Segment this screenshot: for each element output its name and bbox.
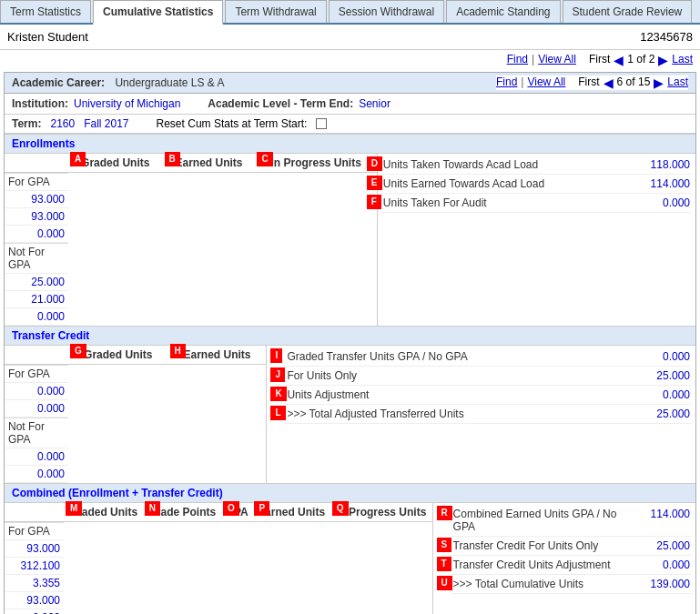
combined-forgpa-points: 312.100 bbox=[5, 558, 64, 575]
find-link[interactable]: Find bbox=[507, 53, 528, 67]
enroll-d-value: 118.000 bbox=[640, 158, 690, 171]
enrollments-header: Enrollments bbox=[5, 134, 695, 154]
label-E: E bbox=[367, 176, 382, 190]
reset-checkbox[interactable] bbox=[316, 118, 327, 129]
tab-cumulative-statistics[interactable]: Cumulative Statistics bbox=[93, 0, 223, 25]
label-R: R bbox=[437, 506, 452, 520]
outer-nav-row: Find | View All First ◀ 1 of 2 ▶ Last bbox=[0, 50, 700, 70]
tab-student-grade-review[interactable]: Student Grade Review bbox=[563, 0, 693, 23]
combined-forgpa-earned: 93.000 bbox=[5, 592, 64, 609]
transfer-i-value: 0.000 bbox=[640, 350, 690, 363]
label-U: U bbox=[437, 576, 452, 590]
combined-u-value: 139.000 bbox=[640, 578, 690, 590]
label-O: O bbox=[223, 501, 239, 516]
label-H: H bbox=[170, 344, 186, 358]
enroll-e-value: 114.000 bbox=[640, 177, 690, 190]
transfer-notgpa-graded: 0.000 bbox=[5, 448, 68, 466]
label-A: A bbox=[70, 152, 86, 166]
tab-academic-standing[interactable]: Academic Standing bbox=[446, 0, 560, 23]
prev-arrow-outer[interactable]: ◀ bbox=[614, 53, 624, 67]
combined-s-value: 25.000 bbox=[640, 539, 690, 552]
enroll-forgpa-earned: 93.000 bbox=[5, 208, 68, 226]
label-K: K bbox=[270, 387, 286, 401]
enroll-forgpa-graded: 93.000 bbox=[5, 191, 68, 208]
combined-section: M Graded Units N Grade Points O GPA P bbox=[5, 503, 695, 614]
term-number: 2160 bbox=[50, 117, 75, 130]
institution-label: Institution: bbox=[12, 97, 68, 110]
last-inner[interactable]: Last bbox=[667, 75, 688, 90]
reset-label: Reset Cum Stats at Term Start: bbox=[157, 117, 308, 130]
combined-header: Combined (Enrollment + Transfer Credit) bbox=[5, 483, 695, 503]
tab-term-statistics[interactable]: Term Statistics bbox=[0, 0, 91, 23]
transfer-header: Transfer Credit bbox=[5, 326, 695, 346]
label-N: N bbox=[145, 501, 160, 516]
find-link-inner[interactable]: Find bbox=[496, 75, 517, 90]
institution-row: Institution: University of Michigan Acad… bbox=[5, 94, 695, 115]
transfer-forgpa-earned: 0.000 bbox=[5, 400, 68, 418]
enroll-forgpa-inprogress: 0.000 bbox=[5, 226, 68, 243]
label-D: D bbox=[367, 156, 382, 171]
enrollments-section: A Graded Units B Earned Units C In Progr… bbox=[5, 154, 695, 326]
next-arrow-inner[interactable]: ▶ bbox=[654, 75, 664, 90]
enroll-notgpa-earned: 21.000 bbox=[5, 291, 68, 308]
label-P: P bbox=[254, 501, 269, 516]
last-label-outer[interactable]: Last bbox=[672, 53, 693, 67]
student-name: Kristen Student bbox=[7, 30, 88, 44]
student-id: 12345678 bbox=[640, 30, 693, 44]
label-C: C bbox=[257, 152, 272, 166]
academic-career-value: Undergraduate LS & A bbox=[115, 76, 224, 89]
view-all-link-inner[interactable]: View All bbox=[527, 75, 565, 90]
tab-term-withdrawal[interactable]: Term Withdrawal bbox=[225, 0, 326, 23]
combined-forgpa-graded: 93.000 bbox=[5, 540, 64, 558]
prev-arrow-inner[interactable]: ◀ bbox=[604, 75, 614, 90]
academic-level-label: Academic Level - Term End: bbox=[208, 97, 353, 110]
label-T: T bbox=[437, 557, 451, 571]
page-info-outer: 1 of 2 bbox=[627, 53, 654, 67]
combined-r-value: 114.000 bbox=[640, 508, 690, 533]
inner-nav-row: Find | View All First ◀ 6 of 15 ▶ Last bbox=[496, 75, 688, 90]
label-S: S bbox=[437, 538, 452, 552]
outer-box: Academic Career: Undergraduate LS & A Fi… bbox=[4, 72, 696, 614]
transfer-notgpa-earned: 0.000 bbox=[5, 466, 68, 483]
combined-forgpa-inprog: 0.000 bbox=[5, 609, 64, 614]
label-M: M bbox=[66, 501, 82, 516]
combined-forgpa-gpa: 3.355 bbox=[5, 575, 64, 592]
academic-level-value: Senior bbox=[359, 97, 391, 110]
transfer-section: G Graded Units H Earned Units For GPA 0.… bbox=[5, 346, 695, 483]
label-L: L bbox=[270, 406, 285, 420]
first-label: First bbox=[589, 53, 610, 67]
academic-career-label: Academic Career: bbox=[12, 76, 105, 89]
enroll-f-value: 0.000 bbox=[640, 196, 690, 209]
transfer-right: I Graded Transfer Units GPA / No GPA 0.0… bbox=[267, 346, 695, 483]
next-arrow-outer[interactable]: ▶ bbox=[658, 53, 668, 67]
label-Q: Q bbox=[332, 501, 349, 516]
enroll-notgpa-inprogress: 0.000 bbox=[5, 308, 68, 326]
combined-right: R Combined Earned Units GPA / No GPA 114… bbox=[433, 503, 695, 614]
label-J: J bbox=[270, 367, 285, 382]
view-all-link[interactable]: View All bbox=[538, 53, 576, 67]
label-G: G bbox=[70, 344, 86, 358]
tab-session-withdrawal[interactable]: Session Withdrawal bbox=[329, 0, 444, 23]
combined-t-value: 0.000 bbox=[640, 559, 690, 571]
term-row: Term: 2160 Fall 2017 Reset Cum Stats at … bbox=[5, 115, 695, 134]
transfer-k-value: 0.000 bbox=[640, 388, 690, 401]
student-header: Kristen Student 12345678 bbox=[0, 25, 700, 50]
academic-career-row: Academic Career: Undergraduate LS & A Fi… bbox=[5, 73, 695, 94]
term-name: Fall 2017 bbox=[84, 117, 128, 130]
institution-value: University of Michigan bbox=[74, 97, 180, 110]
transfer-l-value: 25.000 bbox=[640, 408, 690, 420]
enroll-notgpa-graded: 25.000 bbox=[5, 274, 68, 291]
transfer-j-value: 25.000 bbox=[640, 369, 690, 382]
first-inner: First bbox=[578, 75, 599, 90]
label-B: B bbox=[165, 152, 180, 166]
enrollments-right: D Units Taken Towards Acad Load 118.000 … bbox=[378, 154, 695, 326]
label-I: I bbox=[270, 348, 282, 363]
transfer-forgpa-graded: 0.000 bbox=[5, 383, 68, 400]
term-label: Term: bbox=[12, 117, 41, 130]
page-info-inner: 6 of 15 bbox=[617, 75, 651, 90]
label-F: F bbox=[367, 195, 381, 209]
